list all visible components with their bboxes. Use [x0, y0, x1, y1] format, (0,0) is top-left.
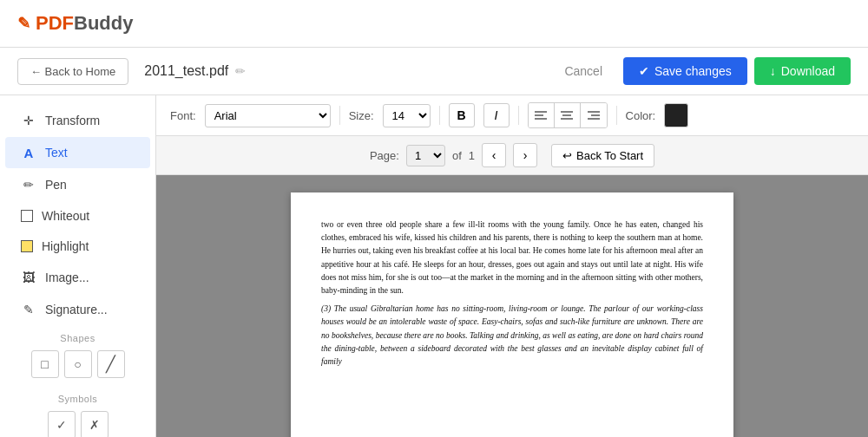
- download-icon: ↓: [770, 64, 776, 78]
- sidebar-item-pen[interactable]: ✏ Pen: [5, 169, 150, 200]
- text-toolbar: Font: Arial Times New Roman Helvetica Si…: [156, 95, 868, 136]
- color-swatch[interactable]: [664, 103, 688, 127]
- back-start-label: Back To Start: [576, 149, 643, 162]
- pdf-page-container: two or even three old people share a few…: [156, 175, 868, 437]
- sidebar-item-label: Highlight: [42, 239, 89, 253]
- symbol-cross-button[interactable]: ✗: [81, 411, 108, 437]
- cancel-button[interactable]: Cancel: [554, 58, 613, 84]
- save-changes-button[interactable]: ✔ Save changes: [623, 57, 747, 85]
- save-check-icon: ✔: [639, 64, 649, 78]
- sidebar-item-label: Whiteout: [42, 209, 89, 223]
- download-label: Download: [781, 64, 835, 78]
- content-area: Font: Arial Times New Roman Helvetica Si…: [156, 95, 868, 437]
- sidebar-item-label: Transform: [45, 114, 100, 127]
- pdf-paragraph-2: (3) The usual Gibraltarian home has no s…: [321, 303, 703, 369]
- shape-rect-button[interactable]: □: [31, 350, 59, 378]
- edit-filename-icon[interactable]: ✏: [235, 64, 246, 78]
- app-logo: ✎ PDFBuddy: [17, 12, 133, 35]
- pdf-paragraph-2-text: (3) The usual Gibraltarian home has no s…: [321, 304, 703, 366]
- file-name: 2011_test.pdf ✏: [144, 63, 246, 79]
- align-group: [528, 102, 608, 128]
- toolbar-divider-4: [616, 106, 617, 125]
- sidebar-item-label: Pen: [45, 178, 67, 192]
- toolbar-divider-2: [439, 106, 440, 125]
- toolbar-divider-3: [518, 106, 519, 125]
- main-layout: ✛ Transform A Text ✏ Pen Whiteout Highli…: [0, 95, 868, 437]
- align-center-button[interactable]: [555, 103, 581, 127]
- pdf-paragraph-1: two or even three old people share a few…: [321, 218, 703, 297]
- sidebar-item-transform[interactable]: ✛ Transform: [5, 105, 150, 136]
- sidebar-item-image[interactable]: 🖼 Image...: [5, 262, 150, 293]
- pen-icon: ✏: [21, 177, 36, 192]
- page-nav: Page: 1 of 1 ‹ › ↩ Back To Start: [156, 136, 868, 175]
- bold-button[interactable]: B: [449, 103, 475, 127]
- back-home-button[interactable]: ← Back to Home: [17, 58, 128, 85]
- back-start-icon: ↩: [562, 149, 572, 162]
- logo-buddy: Buddy: [74, 12, 133, 35]
- shapes-title: Shapes: [10, 333, 145, 343]
- shape-line-button[interactable]: ╱: [97, 350, 125, 378]
- page-label: Page:: [370, 149, 399, 162]
- sidebar-item-whiteout[interactable]: Whiteout: [5, 201, 150, 231]
- whiteout-icon: [21, 210, 33, 222]
- font-select[interactable]: Arial Times New Roman Helvetica: [205, 104, 331, 127]
- size-label: Size:: [349, 109, 374, 122]
- signature-icon: ✎: [21, 302, 36, 317]
- transform-icon: ✛: [21, 113, 36, 128]
- file-name-text: 2011_test.pdf: [144, 63, 228, 79]
- prev-page-button[interactable]: ‹: [482, 143, 506, 167]
- save-label: Save changes: [654, 64, 732, 78]
- next-page-button[interactable]: ›: [513, 143, 537, 167]
- pdf-text-content: two or even three old people share a few…: [321, 218, 703, 369]
- pdf-area: Page: 1 of 1 ‹ › ↩ Back To Start two or …: [156, 136, 868, 437]
- sidebar-item-label: Image...: [45, 271, 89, 284]
- symbol-check-button[interactable]: ✓: [48, 411, 76, 437]
- back-to-start-button[interactable]: ↩ Back To Start: [551, 144, 654, 167]
- logo-icon: ✎: [17, 14, 30, 33]
- logo-pdf: PDF: [36, 12, 74, 35]
- shapes-section: Shapes □ ○ ╱: [0, 326, 155, 387]
- color-label: Color:: [626, 109, 656, 122]
- size-select[interactable]: 14 10 12 16 18 24: [383, 104, 431, 127]
- app-header: ✎ PDFBuddy: [0, 0, 868, 48]
- sidebar-item-label: Text: [45, 146, 68, 160]
- page-total: 1: [469, 149, 475, 162]
- shapes-row: □ ○ ╱: [10, 350, 145, 378]
- shape-circle-button[interactable]: ○: [64, 350, 92, 378]
- pdf-page: two or even three old people share a few…: [291, 192, 733, 437]
- toolbar-row: ← Back to Home 2011_test.pdf ✏ Cancel ✔ …: [0, 48, 868, 95]
- symbols-title: Symbols: [10, 394, 145, 404]
- toolbar-divider-1: [339, 106, 340, 125]
- highlight-icon: [21, 240, 33, 252]
- italic-button[interactable]: I: [483, 103, 510, 127]
- image-icon: 🖼: [21, 270, 36, 285]
- sidebar-item-text[interactable]: A Text: [5, 137, 150, 168]
- sidebar-item-label: Signature...: [45, 303, 108, 316]
- page-select[interactable]: 1: [406, 145, 445, 166]
- align-left-button[interactable]: [529, 103, 555, 127]
- sidebar-item-signature[interactable]: ✎ Signature...: [5, 294, 150, 325]
- text-icon: A: [21, 145, 36, 160]
- sidebar-item-highlight[interactable]: Highlight: [5, 232, 150, 261]
- sidebar: ✛ Transform A Text ✏ Pen Whiteout Highli…: [0, 95, 156, 437]
- download-button[interactable]: ↓ Download: [754, 57, 851, 85]
- align-right-button[interactable]: [581, 103, 607, 127]
- symbols-row-1: ✓ ✗: [10, 411, 145, 437]
- font-label: Font:: [170, 109, 196, 122]
- page-of-label: of: [452, 149, 462, 162]
- symbols-section: Symbols ✓ ✗ ← → ↑ ↓ 👍 👎: [0, 387, 155, 437]
